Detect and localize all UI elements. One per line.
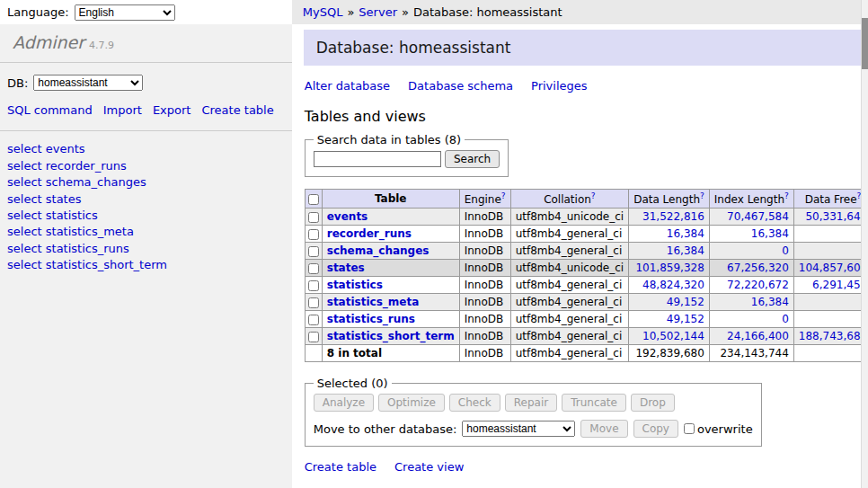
total-name-cell: 8 in total xyxy=(322,345,459,362)
create-link[interactable]: Create view xyxy=(394,460,464,474)
row-checkbox[interactable] xyxy=(308,332,319,342)
index-length-link[interactable]: 70,467,584 xyxy=(727,210,789,223)
data-length-cell: 101,859,328 xyxy=(629,260,710,277)
search-button[interactable]: Search xyxy=(445,150,500,168)
database-link[interactable]: Privileges xyxy=(531,79,588,93)
language-select[interactable]: English xyxy=(75,4,175,21)
sidebar-table-link[interactable]: select statistics_runs xyxy=(7,241,285,257)
data-length-link[interactable]: 10,502,144 xyxy=(642,330,704,342)
overwrite-label: overwrite xyxy=(697,422,753,436)
row-checkbox[interactable] xyxy=(308,229,319,240)
sidebar-table-link[interactable]: select recorder_runs xyxy=(7,158,285,174)
index-length-link[interactable]: 16,384 xyxy=(751,227,789,240)
optimize-button[interactable]: Optimize xyxy=(378,394,445,412)
index-length-link[interactable]: 24,166,400 xyxy=(727,330,789,342)
column-header[interactable]: Data Free? xyxy=(793,190,868,209)
row-checkbox[interactable] xyxy=(308,212,319,223)
table-name-link[interactable]: statistics_short_term xyxy=(327,330,455,342)
index-length-link[interactable]: 72,220,672 xyxy=(727,279,789,291)
data-length-link[interactable]: 16,384 xyxy=(667,244,704,257)
move-button[interactable]: Move xyxy=(580,420,627,438)
column-header[interactable]: Table xyxy=(322,190,459,209)
selected-legend: Selected (0) xyxy=(314,377,392,390)
adminer-brand-link[interactable]: Adminer xyxy=(13,32,84,52)
row-checkbox[interactable] xyxy=(308,280,319,291)
row-checkbox[interactable] xyxy=(308,246,319,257)
table-name-cell: events xyxy=(322,209,459,226)
search-fieldset: Search data in tables (8) Search xyxy=(305,133,509,177)
data-length-cell: 10,502,144 xyxy=(629,328,710,345)
collation-cell: utf8mb4_general_ci xyxy=(510,226,629,243)
repair-button[interactable]: Repair xyxy=(505,394,557,412)
copy-button[interactable]: Copy xyxy=(633,420,678,438)
select-all-checkbox[interactable] xyxy=(308,194,319,205)
data-free-link[interactable]: 188,743,680 xyxy=(799,330,867,342)
doc-help-link[interactable]: ? xyxy=(591,191,596,200)
sidebar-action-link[interactable]: Import xyxy=(103,103,142,117)
column-header[interactable]: Collation? xyxy=(510,190,629,209)
sidebar-action-link[interactable]: Create table xyxy=(201,103,273,117)
column-header[interactable]: Data Length? xyxy=(629,190,710,209)
data-free-cell: 6,291,456 xyxy=(793,277,868,294)
move-row: Move to other database: homeassistant Mo… xyxy=(314,420,753,438)
sidebar-table-link[interactable]: select events xyxy=(7,141,285,157)
collation-cell: utf8mb4_general_ci xyxy=(510,277,629,294)
index-length-link[interactable]: 0 xyxy=(782,313,789,325)
data-length-link[interactable]: 31,522,816 xyxy=(642,210,704,223)
overwrite-checkbox[interactable] xyxy=(684,423,695,434)
table-name-link[interactable]: events xyxy=(327,210,368,223)
column-header[interactable]: Index Length? xyxy=(709,190,793,209)
breadcrumb-link[interactable]: MySQL xyxy=(303,5,343,19)
create-link[interactable]: Create table xyxy=(305,460,376,474)
data-length-link[interactable]: 16,384 xyxy=(667,227,704,240)
row-checkbox[interactable] xyxy=(308,297,319,308)
sidebar-table-link[interactable]: select schema_changes xyxy=(7,174,285,191)
row-select-cell xyxy=(305,226,322,243)
table-name-link[interactable]: statistics xyxy=(327,279,383,291)
vertical-scrollbar[interactable] xyxy=(861,0,868,488)
row-checkbox[interactable] xyxy=(308,315,319,325)
database-link[interactable]: Database schema xyxy=(408,79,513,93)
database-link[interactable]: Alter database xyxy=(305,79,390,93)
table-name-link[interactable]: statistics_meta xyxy=(327,296,420,308)
sidebar-table-link[interactable]: select statistics xyxy=(7,208,285,224)
breadcrumb-link[interactable]: Server xyxy=(359,5,397,19)
doc-help-link[interactable]: ? xyxy=(501,191,506,200)
row-checkbox[interactable] xyxy=(308,263,319,274)
data-length-link[interactable]: 49,152 xyxy=(667,296,704,308)
sidebar-action-link[interactable]: SQL command xyxy=(7,103,93,117)
scrollbar-thumb[interactable] xyxy=(862,18,868,69)
move-db-select[interactable]: homeassistant xyxy=(462,421,575,437)
db-select[interactable]: homeassistant xyxy=(33,75,143,91)
table-row: schema_changesInnoDButf8mb4_general_ci16… xyxy=(305,243,868,260)
breadcrumb-separator: » xyxy=(347,5,354,19)
search-input[interactable] xyxy=(314,151,441,167)
column-header[interactable]: Engine? xyxy=(459,190,510,209)
breadcrumb-separator: » xyxy=(402,5,409,19)
check-button[interactable]: Check xyxy=(449,394,500,412)
doc-help-link[interactable]: ? xyxy=(700,191,704,200)
sidebar-table-link[interactable]: select statistics_short_term xyxy=(7,257,285,273)
table-name-link[interactable]: states xyxy=(327,262,365,274)
table-name-link[interactable]: schema_changes xyxy=(327,244,430,257)
index-length-link[interactable]: 67,256,320 xyxy=(727,262,789,274)
data-free-link[interactable]: 50,331,648 xyxy=(805,210,867,223)
data-free-link[interactable]: 6,291,456 xyxy=(812,279,867,291)
sidebar-table-link[interactable]: select states xyxy=(7,191,285,208)
data-length-link[interactable]: 49,152 xyxy=(667,313,704,325)
analyze-button[interactable]: Analyze xyxy=(314,394,374,412)
sidebar-table-link[interactable]: select statistics_meta xyxy=(7,224,285,240)
data-free-link[interactable]: 104,857,600 xyxy=(799,262,867,274)
index-length-link[interactable]: 0 xyxy=(782,244,789,257)
collation-cell: utf8mb4_general_ci xyxy=(510,294,629,311)
table-name-link[interactable]: statistics_runs xyxy=(327,313,415,325)
move-label: Move to other database: xyxy=(314,422,457,436)
doc-help-link[interactable]: ? xyxy=(784,191,789,200)
truncate-button[interactable]: Truncate xyxy=(562,394,626,412)
sidebar-action-link[interactable]: Export xyxy=(153,103,191,117)
table-name-link[interactable]: recorder_runs xyxy=(327,227,412,240)
drop-button[interactable]: Drop xyxy=(631,394,675,412)
data-length-link[interactable]: 48,824,320 xyxy=(642,279,704,291)
data-length-link[interactable]: 101,859,328 xyxy=(635,262,704,274)
index-length-link[interactable]: 16,384 xyxy=(751,296,789,308)
